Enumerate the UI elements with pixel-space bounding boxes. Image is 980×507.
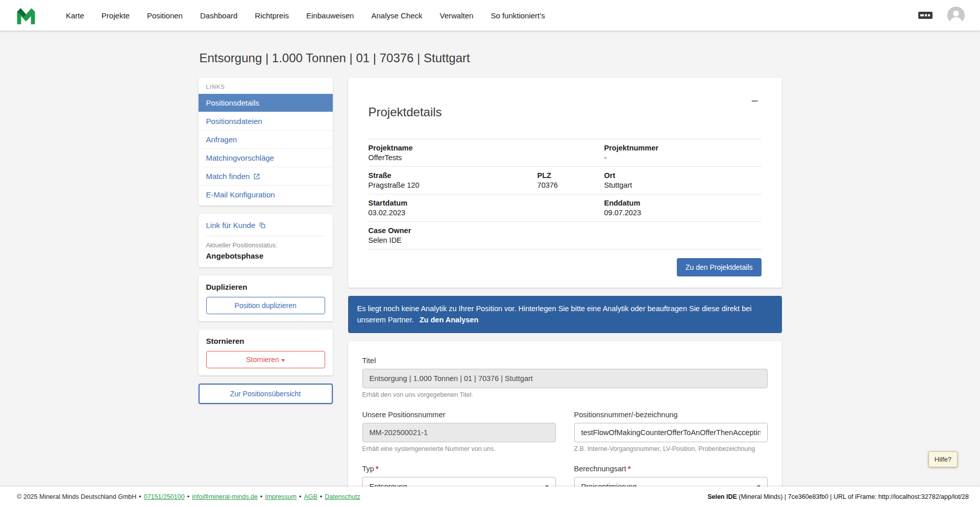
- main-content: Projektdetails − Projektname OfferTests …: [348, 78, 782, 507]
- nav-item-so-funktionierts[interactable]: So funktioniert's: [483, 7, 552, 24]
- berechnungsart-required-mark: *: [628, 465, 631, 473]
- case-owner-value: Selen IDE: [369, 236, 604, 244]
- sidebar-item-email-konfiguration[interactable]: E-Mail Konfiguration: [199, 185, 333, 204]
- duplicate-section-title: Duplizieren: [206, 283, 325, 291]
- nav-item-analyse-check[interactable]: Analyse Check: [363, 7, 430, 24]
- ort-value: Stuttgart: [604, 181, 761, 189]
- titel-label: Titel: [362, 357, 768, 365]
- plz-label: PLZ: [537, 171, 604, 180]
- position-form-card: Titel Erhält den von uns vorgegebenen Ti…: [348, 341, 782, 507]
- enddatum-label: Enddatum: [604, 199, 761, 207]
- main-navigation: Karte Projekte Positionen Dashboard Rich…: [58, 7, 553, 24]
- sidebar-item-anfragen[interactable]: Anfragen: [199, 130, 333, 148]
- footer-phone-link[interactable]: 07151/250100: [144, 493, 185, 500]
- positionsnummer-bezeichnung-input[interactable]: [574, 423, 768, 442]
- startdatum-label: Startdatum: [369, 199, 604, 207]
- titel-helper: Erhält den von uns vorgegebenen Titel.: [362, 391, 768, 398]
- sidebar: LINKS Positionsdetails Positionsdateien …: [199, 78, 333, 404]
- position-status-label: Aktueller Positionsstatus:: [206, 242, 325, 249]
- strasse-value: Pragstraße 120: [369, 181, 537, 189]
- user-avatar-icon: [947, 7, 965, 24]
- duplicate-card: Duplizieren Position duplizieren: [199, 275, 333, 321]
- unsere-positionsnummer-input: [362, 423, 556, 442]
- nav-item-verwalten[interactable]: Verwalten: [432, 7, 481, 24]
- positionsnummer-bezeichnung-helper: Z.B. Interne-Vorgangsnummer, LV-Position…: [574, 445, 768, 452]
- sidebar-item-match-finden[interactable]: Match finden: [199, 167, 333, 185]
- unsere-positionsnummer-helper: Erhält eine systemgenerierte Nummer von …: [362, 445, 556, 452]
- nav-item-positionen[interactable]: Positionen: [139, 7, 190, 24]
- sidebar-item-positionsdateien[interactable]: Positionsdateien: [199, 112, 333, 130]
- sidebar-item-label: Matchingvorschläge: [206, 154, 274, 162]
- titel-input: [362, 369, 768, 388]
- projektnummer-value: -: [604, 154, 761, 162]
- sidebar-item-label: Positionsdetails: [206, 98, 259, 107]
- projektname-label: Projektname: [369, 144, 604, 152]
- sidebar-item-positionsdetails[interactable]: Positionsdetails: [199, 94, 333, 112]
- footer-separator: •: [139, 493, 141, 500]
- copy-icon: [259, 222, 266, 229]
- footer-left: © 2025 Mineral Minds Deutschland GmbH • …: [17, 493, 360, 500]
- sidebar-links-card: LINKS Positionsdetails Positionsdateien …: [199, 78, 333, 206]
- footer-separator: •: [260, 493, 262, 500]
- nav-item-projekte[interactable]: Projekte: [94, 7, 137, 24]
- sidebar-item-label: Anfragen: [206, 135, 237, 144]
- footer-user-name: Selen IDE: [707, 493, 737, 500]
- cancel-card: Stornieren Stornieren▾: [199, 329, 333, 375]
- nav-item-dashboard[interactable]: Dashboard: [192, 7, 245, 24]
- position-overview-button[interactable]: Zur Positionsübersicht: [199, 384, 333, 404]
- analyses-link[interactable]: Zu den Analysen: [420, 316, 478, 324]
- nav-item-einbauweisen[interactable]: Einbauweisen: [299, 7, 361, 24]
- footer-separator: •: [320, 493, 322, 500]
- startdatum-value: 03.02.2023: [369, 209, 604, 217]
- server-icon: [918, 10, 933, 21]
- enddatum-value: 09.07.2023: [604, 209, 761, 217]
- project-details-grid: Projektname OfferTests Projektnummer - S…: [369, 139, 762, 249]
- footer-impressum-link[interactable]: Impressum: [265, 493, 297, 500]
- mineral-minds-logo[interactable]: [15, 5, 37, 26]
- strasse-label: Straße: [369, 171, 537, 180]
- sidebar-item-matchingvorschlaege[interactable]: Matchingvorschläge: [199, 148, 333, 167]
- typ-label-text: Typ: [362, 465, 374, 473]
- footer-agb-link[interactable]: AGB: [304, 493, 317, 500]
- footer-separator: •: [299, 493, 301, 500]
- duplicate-position-button[interactable]: Position duplizieren: [206, 297, 325, 314]
- nav-item-karte[interactable]: Karte: [58, 7, 92, 24]
- projektnummer-label: Projektnummer: [604, 144, 761, 152]
- caret-down-icon: ▾: [282, 357, 285, 364]
- typ-label: Typ*: [362, 465, 556, 473]
- cancel-position-button[interactable]: Stornieren▾: [206, 351, 325, 368]
- customer-link[interactable]: Link für Kunde: [206, 221, 325, 236]
- footer-session-details: (Mineral Minds) | 7ce360e83fb0 | URL of …: [737, 493, 969, 500]
- sidebar-item-label: Positionsdateien: [206, 117, 262, 125]
- berechnungsart-label-text: Berechnungsart: [574, 465, 626, 473]
- user-avatar[interactable]: [947, 7, 965, 24]
- collapse-button[interactable]: −: [748, 95, 761, 107]
- berechnungsart-label: Berechnungsart*: [574, 465, 768, 473]
- projektname-value: OfferTests: [369, 154, 604, 162]
- typ-required-mark: *: [376, 465, 379, 473]
- footer-datenschutz-link[interactable]: Datenschutz: [325, 493, 360, 500]
- help-button[interactable]: Hilfe?: [928, 451, 958, 467]
- footer-separator: •: [187, 493, 189, 500]
- footer-session-info: Selen IDE (Mineral Minds) | 7ce360e83fb0…: [707, 493, 969, 500]
- plz-value: 70376: [537, 181, 604, 189]
- ort-label: Ort: [604, 171, 761, 180]
- cancel-button-label: Stornieren: [246, 356, 279, 364]
- logo-icon: [15, 5, 37, 26]
- server-button[interactable]: [918, 10, 933, 21]
- footer: © 2025 Mineral Minds Deutschland GmbH • …: [0, 487, 980, 507]
- page-content: Entsorgung | 1.000 Tonnen | 01 | 70376 |…: [199, 31, 782, 507]
- top-navbar: Karte Projekte Positionen Dashboard Rich…: [0, 0, 980, 31]
- positionsnummer-bezeichnung-label: Positionsnummer/-bezeichnung: [574, 411, 768, 419]
- cancel-section-title: Stornieren: [206, 337, 325, 345]
- navbar-right-section: [918, 7, 965, 24]
- unsere-positionsnummer-label: Unsere Positionsnummer: [362, 411, 556, 419]
- links-header: LINKS: [199, 78, 333, 94]
- external-link-icon: [253, 173, 260, 180]
- page-title: Entsorgung | 1.000 Tonnen | 01 | 70376 |…: [200, 51, 782, 65]
- footer-email-link[interactable]: info@mineral-minds.de: [192, 493, 258, 500]
- project-details-button[interactable]: Zu den Projektdetails: [677, 258, 762, 276]
- nav-item-richtpreis[interactable]: Richtpreis: [247, 7, 297, 24]
- project-details-title: Projektdetails: [369, 105, 442, 119]
- sidebar-item-label: Match finden: [206, 172, 250, 181]
